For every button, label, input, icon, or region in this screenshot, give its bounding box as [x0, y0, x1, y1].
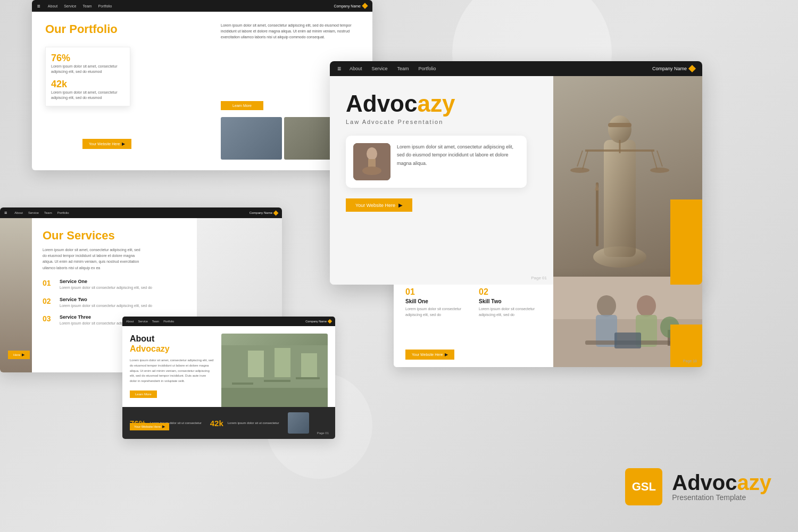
about-navbar: About Service Team Portfolio Company Nam… — [122, 317, 335, 326]
service-desc-2: Lorem ipsum dolor sit consectetur adipis… — [60, 303, 152, 309]
svg-line-10 — [583, 151, 588, 169]
service-num-3: 03 — [43, 314, 55, 323]
about-lorem: Lorem ipsum dolor sit amet, consectetur … — [130, 358, 214, 384]
services-nav-links: About Service Team Portfolio — [14, 211, 69, 214]
about-page-label: Page 01 — [317, 431, 329, 435]
svg-rect-33 — [614, 332, 641, 348]
skills-left: 01 Skill One Lorem ipsum dolor sit conse… — [394, 277, 553, 367]
slide-skills: 01 Skill One Lorem ipsum dolor sit conse… — [394, 277, 702, 367]
svc-nav-service[interactable]: Service — [28, 211, 39, 214]
svg-point-30 — [637, 295, 656, 317]
slide-about: About Service Team Portfolio Company Nam… — [122, 317, 335, 439]
main-card: Lorem ipsum dolor sit amet, consectetur … — [346, 136, 527, 188]
services-navbar: ≡ About Service Team Portfolio Company N… — [0, 207, 282, 218]
services-hamburger: ≡ — [4, 210, 7, 215]
dark-stat-2: 42k Lorem ipsum dolor sit ut consectetur — [210, 419, 279, 428]
main-nav-about[interactable]: About — [350, 66, 362, 71]
stat-num-2: 42k — [51, 79, 124, 90]
svg-rect-21 — [264, 380, 290, 382]
portfolio-title: Our Portfolio — [45, 22, 210, 36]
main-nav-service[interactable]: Service — [372, 66, 388, 71]
orange-accent — [670, 200, 702, 285]
about-nav-about[interactable]: About — [126, 320, 134, 323]
main-brand-title: Advocazy — [346, 92, 537, 115]
about-diamond — [328, 319, 332, 323]
svg-line-14 — [657, 151, 662, 167]
main-website-row: Your Website Here — [346, 198, 537, 212]
stat-text-2: Lorem ipsum dolor sit amet, consectetur … — [51, 90, 124, 101]
about-nav-team[interactable]: Team — [152, 320, 159, 323]
skills-page-label: Page 18 — [683, 359, 697, 363]
svg-rect-16 — [596, 182, 598, 246]
skill-title-1: Skill One — [405, 298, 468, 304]
nav-service[interactable]: Service — [64, 4, 76, 8]
skill-desc-1: Lorem ipsum dolor sit consectetur adipis… — [405, 306, 468, 318]
main-hero-right — [553, 76, 702, 285]
main-website-button[interactable]: Your Website Here — [346, 198, 412, 212]
slide-portfolio: ≡ About Service Team Portfolio Company N… — [32, 0, 372, 170]
dark-stat-img — [288, 412, 309, 434]
service-num-1: 01 — [43, 279, 55, 287]
svg-point-1 — [367, 147, 377, 160]
nav-team[interactable]: Team — [82, 4, 92, 8]
skills-website-btn[interactable]: Your Website Here — [405, 350, 454, 360]
skills-right-photo: Page 18 — [553, 277, 702, 367]
portfolio-img-1 — [221, 117, 282, 160]
portfolio-company-name: Company Name — [334, 4, 367, 8]
skill-item-2: 02 Skill Two Lorem ipsum dolor sit conse… — [479, 287, 542, 318]
svg-point-15 — [650, 168, 669, 173]
slide-main: ≡ About Service Team Portfolio Company N… — [330, 61, 702, 285]
svg-rect-24 — [275, 348, 290, 377]
about-company-name: Company Name — [305, 320, 331, 323]
nav-portfolio[interactable]: Portfolio — [98, 4, 112, 8]
diamond-icon — [362, 3, 368, 9]
brand-name: Advocazy — [672, 472, 771, 493]
svc-nav-about[interactable]: About — [14, 211, 23, 214]
portfolio-navbar: ≡ About Service Team Portfolio Company N… — [32, 0, 372, 12]
about-learn-btn[interactable]: Learn More — [130, 390, 157, 398]
about-nav-service[interactable]: Service — [138, 320, 147, 323]
about-nav-portfolio[interactable]: Portfolio — [163, 320, 174, 323]
svg-rect-25 — [301, 353, 317, 377]
website-button[interactable]: Your Website Here — [82, 139, 131, 149]
brand-logo-area: GSL Advocazy Presentation Template — [625, 468, 771, 505]
about-title: About Advocazy — [130, 334, 214, 354]
svg-rect-20 — [232, 383, 253, 385]
svc-diamond — [273, 210, 279, 215]
services-website-btn[interactable]: Here — [8, 351, 30, 359]
main-hero-left: Advocazy Law Advocate Presentation Lorem… — [330, 76, 553, 285]
svg-point-28 — [597, 295, 616, 317]
stats-box: 76% Lorem ipsum dolor sit amet, consecte… — [45, 47, 130, 106]
svc-nav-portfolio[interactable]: Portfolio — [57, 211, 69, 214]
brand-text: Advocazy Presentation Template — [672, 472, 771, 502]
about-website-btn[interactable]: Your Website Here — [130, 423, 169, 430]
svg-point-6 — [608, 115, 631, 143]
main-diamond-icon — [688, 65, 696, 72]
main-card-text: Lorem ipsum dolor sit amet, consectetur … — [397, 143, 519, 168]
main-hamburger-icon[interactable]: ≡ — [337, 65, 341, 72]
svg-rect-7 — [608, 123, 631, 127]
services-lorem: Lorem ipsum dolor sit amet, consectetur … — [43, 247, 144, 271]
services-company-name: Company Name — [250, 211, 278, 215]
services-title: Our Services — [43, 229, 186, 243]
learn-more-button[interactable]: Learn More — [221, 101, 263, 110]
svg-line-11 — [577, 151, 583, 167]
gsl-badge: GSL — [625, 468, 662, 505]
skills-content: 01 Skill One Lorem ipsum dolor sit conse… — [394, 277, 702, 367]
main-nav-team[interactable]: Team — [397, 66, 409, 71]
dark-stat-image — [288, 412, 309, 434]
skills-grid: 01 Skill One Lorem ipsum dolor sit conse… — [405, 287, 542, 327]
svg-point-12 — [570, 168, 589, 173]
main-nav-links: About Service Team Portfolio — [350, 66, 436, 71]
main-nav-portfolio[interactable]: Portfolio — [419, 66, 436, 71]
skill-desc-2: Lorem ipsum dolor sit consectetur adipis… — [479, 306, 542, 318]
hamburger-icon[interactable]: ≡ — [37, 3, 40, 9]
svg-rect-23 — [248, 351, 264, 377]
svc-nav-team[interactable]: Team — [44, 211, 52, 214]
svg-rect-22 — [296, 377, 320, 379]
stat-text-1: Lorem ipsum dolor sit amet, consectetur … — [51, 64, 124, 74]
service-item-2: 02 Service Two Lorem ipsum dolor sit con… — [43, 297, 186, 309]
svg-rect-5 — [604, 140, 636, 257]
service-desc-1: Lorem ipsum dolor sit consectetur adipis… — [60, 285, 152, 290]
nav-about[interactable]: About — [48, 4, 57, 8]
